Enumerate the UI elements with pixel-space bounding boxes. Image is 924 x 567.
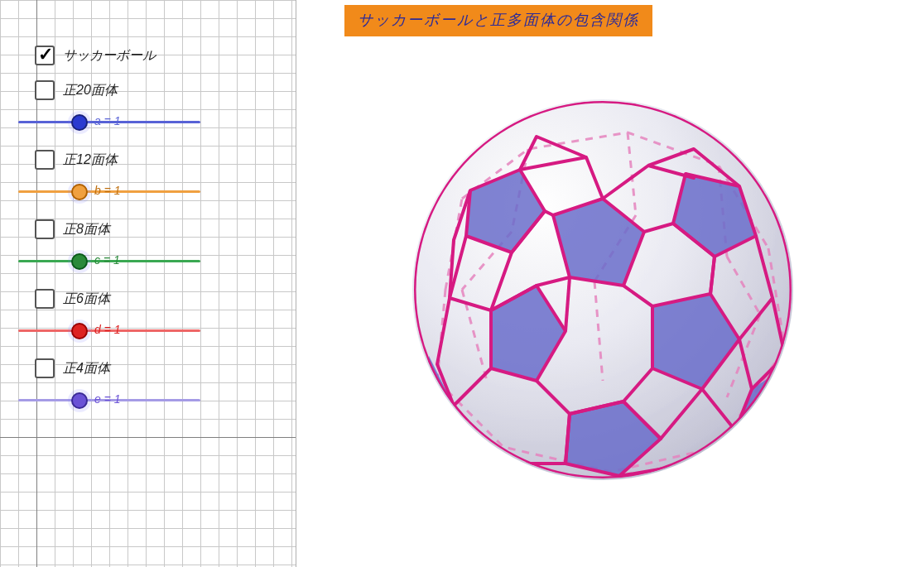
checkbox-ico[interactable] xyxy=(35,80,55,100)
checkbox-row-ico: 正20面体 xyxy=(35,74,250,106)
slider-d-label: d = 1 xyxy=(94,323,121,336)
checkbox-tetra[interactable] xyxy=(35,358,55,378)
slider-b[interactable]: b = 1 xyxy=(35,179,250,205)
slider-c-label: c = 1 xyxy=(94,253,120,267)
ball-edges-icon xyxy=(412,99,793,480)
checkbox-row-tetra: 正4面体 xyxy=(35,353,250,384)
view-3d[interactable]: サッカーボールと正多面体の包含関係 xyxy=(296,0,924,567)
controls-list: サッカーボール 正20面体 a = 1 正12面体 b = 1 正8面体 xyxy=(35,40,250,422)
checkbox-cube[interactable] xyxy=(35,289,55,309)
checkbox-label-soccer: サッカーボール xyxy=(63,47,156,65)
slider-d-thumb[interactable] xyxy=(71,323,88,339)
title-label: サッカーボールと正多面体の包含関係 xyxy=(344,5,652,36)
slider-c-thumb[interactable] xyxy=(71,253,88,270)
checkbox-octa[interactable] xyxy=(35,219,55,239)
checkbox-row-octa: 正8面体 xyxy=(35,214,250,245)
slider-b-thumb[interactable] xyxy=(71,184,88,200)
slider-e-thumb[interactable] xyxy=(71,392,88,409)
checkbox-label-tetra: 正4面体 xyxy=(63,360,110,377)
checkbox-label-ico: 正20面体 xyxy=(63,82,118,99)
checkbox-label-dodec: 正12面体 xyxy=(63,151,118,169)
slider-a[interactable]: a = 1 xyxy=(35,109,250,136)
slider-e-label: e = 1 xyxy=(94,392,121,406)
checkbox-label-cube: 正6面体 xyxy=(63,291,110,308)
slider-a-label: a = 1 xyxy=(94,114,121,127)
checkbox-row-dodec: 正12面体 xyxy=(35,144,250,175)
slider-c[interactable]: c = 1 xyxy=(35,248,250,275)
slider-e[interactable]: e = 1 xyxy=(35,387,250,414)
checkbox-soccer[interactable] xyxy=(35,46,55,65)
slider-b-label: b = 1 xyxy=(94,184,121,197)
slider-a-thumb[interactable] xyxy=(71,114,88,131)
checkbox-dodec[interactable] xyxy=(35,150,55,170)
checkbox-label-octa: 正8面体 xyxy=(63,221,110,238)
checkbox-row-soccer: サッカーボール xyxy=(35,40,250,71)
slider-d[interactable]: d = 1 xyxy=(35,318,250,344)
checkbox-row-cube: 正6面体 xyxy=(35,283,250,315)
controls-panel: サッカーボール 正20面体 a = 1 正12面体 b = 1 正8面体 xyxy=(0,0,296,567)
soccer-ball[interactable] xyxy=(412,99,793,480)
